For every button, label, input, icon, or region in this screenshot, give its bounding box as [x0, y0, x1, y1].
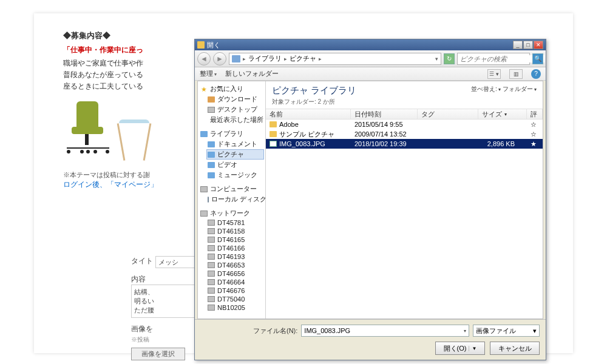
title-label: タイト	[131, 256, 155, 268]
tree-item-network-host[interactable]: DT45781	[206, 218, 264, 227]
library-icon	[232, 55, 240, 62]
app-icon	[197, 41, 205, 49]
tree-item-network-host[interactable]: DT46653	[206, 261, 264, 269]
host-icon	[208, 279, 215, 285]
computer-node[interactable]: コンピューター	[199, 184, 264, 194]
download-icon	[208, 96, 215, 103]
tree-item-network-host[interactable]: DT75040	[206, 295, 264, 303]
tree-item-network-host[interactable]: DT46166	[206, 244, 264, 252]
filetype-filter[interactable]: 画像ファイル ▾	[473, 325, 540, 337]
host-icon	[208, 220, 215, 226]
breadcrumb-root[interactable]: ライブラリ	[248, 54, 282, 63]
dialog-body: ★お気に入り ダウンロード デスクトップ 最近表示した場所 ライブラリ ドキュメ…	[197, 81, 543, 319]
breadcrumb-current[interactable]: ピクチャ	[290, 54, 316, 63]
tree-item-network-host[interactable]: DT46664	[206, 278, 264, 286]
computer-icon	[200, 186, 208, 192]
filename-input[interactable]	[304, 327, 464, 334]
col-rating[interactable]: 評	[527, 109, 543, 119]
tree-item-network-host[interactable]: DT46656	[206, 269, 264, 278]
tree-item-documents[interactable]: ドキュメント	[206, 139, 264, 149]
col-name[interactable]: 名前	[266, 109, 351, 119]
search-button[interactable]: 🔍	[532, 53, 543, 64]
star-icon: ★	[200, 86, 208, 93]
file-open-dialog: 開く _ □ ✕ ◄ ► ▸ ライブラリ ▸ ピクチャ ▸ ▾ ↻	[194, 39, 546, 360]
new-folder-button[interactable]: 新しいフォルダー	[225, 69, 279, 78]
page-frame: ◆募集内容◆ 「仕事中・作業中に座っ 職場やご家庭で仕事や作 普段あなたが座って…	[34, 13, 573, 353]
cancel-button[interactable]: キャンセル	[490, 342, 540, 355]
tree-item-network-host[interactable]: DT46158	[206, 227, 264, 235]
tree-item-downloads[interactable]: ダウンロード	[206, 94, 264, 104]
dialog-title: 開く	[207, 41, 513, 50]
tree-item-recent[interactable]: 最近表示した場所	[206, 115, 264, 125]
dialog-footer: ファイル名(N): ▾ 画像ファイル ▾ 開く(O)▼ キャンセル	[195, 319, 546, 360]
dialog-titlebar[interactable]: 開く _ □ ✕	[195, 39, 546, 50]
host-icon	[208, 288, 215, 294]
host-icon	[208, 237, 215, 243]
col-tag[interactable]: タグ	[418, 109, 478, 119]
chair-illustration	[63, 101, 114, 156]
host-icon	[208, 305, 215, 311]
tree-item-pictures[interactable]: ピクチャ	[206, 149, 264, 160]
close-button[interactable]: ✕	[534, 41, 543, 49]
col-date[interactable]: 日付時刻	[351, 109, 418, 119]
host-icon	[208, 254, 215, 260]
filename-dropdown-icon[interactable]: ▾	[464, 328, 466, 334]
file-list-pane: ピクチャ ライブラリ 対象フォルダー: 2 か所 並べ替え: フォルダー 名前 …	[266, 81, 543, 318]
tree-item-network-host[interactable]: DT46193	[206, 252, 264, 261]
host-icon	[208, 228, 215, 234]
host-icon	[208, 262, 215, 268]
tree-item-network-host[interactable]: NB10205	[206, 303, 264, 312]
preview-pane-button[interactable]: ▥	[509, 69, 523, 79]
host-icon	[208, 245, 215, 251]
tree-item-drive-c[interactable]: ローカル ディスク (C:)	[206, 194, 264, 204]
tree-item-desktop[interactable]: デスクトップ	[206, 104, 264, 115]
file-rows[interactable]: Adobe2015/05/14 9:55☆サンプル ピクチャ2009/07/14…	[266, 120, 543, 318]
filename-label: ファイル名(N):	[253, 326, 297, 335]
tree-item-videos[interactable]: ビデオ	[206, 160, 264, 170]
drive-icon	[208, 197, 209, 203]
command-toolbar: 整理 新しいフォルダー ☰ ▾ ▥ ?	[195, 67, 546, 81]
breadcrumb-dropdown-icon[interactable]: ▾	[435, 56, 438, 62]
search-box[interactable]	[457, 53, 530, 65]
organize-menu[interactable]: 整理	[200, 69, 217, 78]
arrange-by[interactable]: 並べ替え: フォルダー	[471, 85, 537, 93]
music-icon	[208, 172, 215, 178]
navigation-tree[interactable]: ★お気に入り ダウンロード デスクトップ 最近表示した場所 ライブラリ ドキュメ…	[198, 81, 266, 318]
filter-dropdown-icon[interactable]: ▾	[533, 327, 537, 335]
filename-combo[interactable]: ▾	[301, 325, 469, 337]
host-icon	[208, 296, 215, 302]
favorites-node[interactable]: ★お気に入り	[199, 84, 264, 94]
libraries-icon	[200, 131, 208, 137]
library-title: ピクチャ ライブラリ	[272, 85, 356, 96]
column-headers[interactable]: 名前 日付時刻 タグ サイズ ▾ 評	[266, 109, 543, 120]
host-icon	[208, 271, 215, 277]
folder-row[interactable]: サンプル ピクチャ2009/07/14 13:52☆	[266, 129, 543, 139]
forward-button[interactable]: ►	[213, 52, 226, 66]
nav-toolbar: ◄ ► ▸ ライブラリ ▸ ピクチャ ▸ ▾ ↻ 🔍	[195, 50, 546, 67]
folder-row[interactable]: Adobe2015/05/14 9:55☆	[266, 120, 543, 129]
tree-item-network-host[interactable]: DT46676	[206, 286, 264, 295]
col-size[interactable]: サイズ ▾	[478, 109, 527, 119]
breadcrumb[interactable]: ▸ ライブラリ ▸ ピクチャ ▸ ▾	[229, 53, 441, 65]
image-file-icon	[270, 141, 277, 147]
libraries-node[interactable]: ライブラリ	[199, 129, 264, 139]
folder-icon	[270, 131, 277, 137]
tree-item-music[interactable]: ミュージック	[206, 170, 264, 180]
pictures-icon	[208, 152, 215, 158]
file-row[interactable]: IMG_0083.JPG2018/10/02 19:392,896 KB★	[266, 139, 543, 149]
library-subtitle: 対象フォルダー: 2 か所	[272, 98, 356, 106]
help-button[interactable]: ?	[531, 69, 541, 79]
view-mode-button[interactable]: ☰ ▾	[487, 69, 501, 79]
minimize-button[interactable]: _	[513, 41, 523, 49]
maximize-button[interactable]: □	[523, 41, 533, 49]
tree-item-network-host[interactable]: DT46165	[206, 235, 264, 244]
content-label: 内容	[131, 274, 155, 285]
select-image-button[interactable]: 画像を選択	[131, 348, 185, 360]
back-button[interactable]: ◄	[197, 52, 211, 66]
network-node[interactable]: ネットワーク	[199, 208, 264, 218]
refresh-button[interactable]: ↻	[444, 53, 455, 64]
open-button[interactable]: 開く(O)▼	[435, 342, 485, 355]
desk-illustration	[119, 120, 149, 156]
desktop-icon	[208, 107, 215, 113]
image-label: 画像を	[131, 324, 155, 334]
